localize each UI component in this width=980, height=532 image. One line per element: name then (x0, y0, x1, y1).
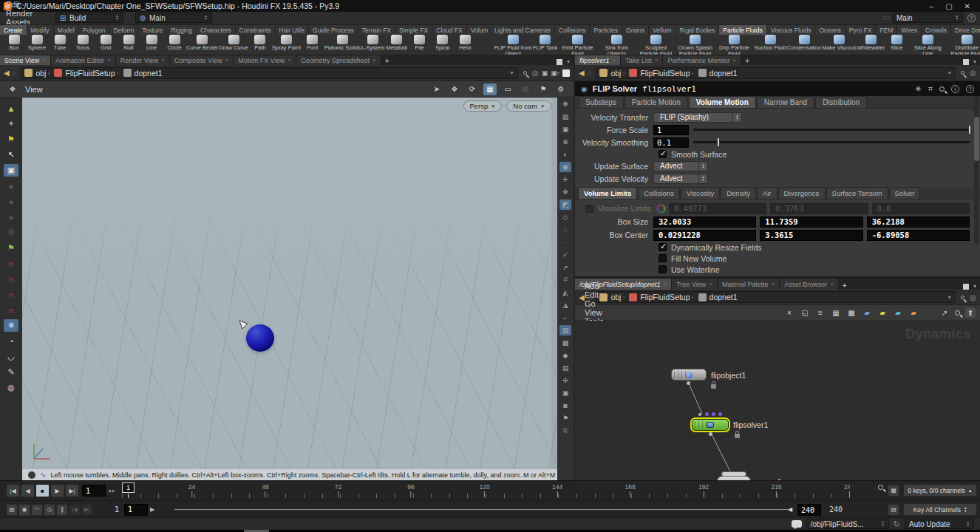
shelf-tab[interactable]: Collisions (555, 25, 590, 35)
geometry-group-icon[interactable]: ▣▫ (551, 69, 559, 77)
param-tab[interactable]: Particle Motion (625, 96, 688, 108)
audio-options-icon[interactable]: ◉ (18, 504, 30, 516)
visualize-color-g-field[interactable]: 0.3763 (770, 203, 868, 214)
param-tab[interactable]: Air (757, 187, 777, 199)
shelf-tab[interactable]: Simple FX (395, 25, 432, 35)
add-pane-tab-button[interactable]: + (381, 57, 393, 65)
slider-handle[interactable] (968, 125, 971, 134)
viewport-3d[interactable]: Persp▼No cam▼ (22, 98, 557, 469)
visualize-color-b-field[interactable]: 0.8 (872, 203, 970, 214)
view-hand-icon[interactable]: ✥ (559, 99, 571, 109)
shelf-tab[interactable]: Particles (590, 25, 622, 35)
pin-icon[interactable] (961, 296, 964, 299)
force-scale-slider[interactable] (693, 129, 970, 131)
close-icon[interactable]: × (161, 57, 165, 64)
shelf-tool[interactable]: Slice Along Line (908, 35, 947, 55)
stop-button[interactable]: ■ (35, 484, 50, 497)
close-icon[interactable]: × (830, 281, 834, 287)
slider-handle[interactable] (717, 137, 720, 147)
shelf-tool[interactable]: Sink from Objects (598, 35, 636, 55)
select-mode-icon[interactable]: ➤ (430, 83, 443, 95)
param-tab[interactable]: Volume Motion (689, 96, 756, 108)
multi-view-icon[interactable]: ▩ (559, 338, 571, 348)
pane-tab[interactable]: flipsolver1× (575, 55, 621, 65)
playback-range-bar[interactable] (174, 509, 788, 510)
help-icon[interactable]: ? (966, 85, 974, 93)
network-canvas[interactable]: Dynamics flipobject1 flipsolver1 merge1 (575, 321, 980, 480)
velocity-transfer-dropdown[interactable]: FLIP (Splashy) (653, 112, 733, 123)
view-menu-icon[interactable]: ❖ (6, 83, 19, 95)
desk-selector-right[interactable]: Main ▲▼ (892, 13, 963, 23)
tick-interval-icon[interactable]: ∥ (56, 504, 68, 516)
shelf-tab[interactable]: Oceans (815, 25, 845, 35)
path-chip[interactable]: ›obj (599, 69, 621, 78)
path-chip[interactable]: ›dopnet1 (115, 69, 163, 78)
view-frame-icon[interactable]: ▧ (559, 112, 571, 122)
rotate-mode-icon[interactable]: ⟳ (466, 83, 479, 95)
shelf-tab[interactable]: Deform (109, 25, 138, 35)
shelf-tab[interactable]: Constraints (236, 25, 276, 35)
node-input-dot[interactable] (698, 413, 701, 416)
lock-handle-icon[interactable]: ▣ (4, 164, 18, 177)
box-center-x-field[interactable]: 0.0291228 (653, 230, 756, 241)
shelf-tab[interactable]: Cloud FX (432, 25, 466, 35)
chevron-down-icon[interactable]: ▼ (947, 295, 952, 300)
range-handle-right-icon[interactable]: ◀ (788, 506, 792, 513)
path-chip[interactable]: ›FlipFluidSetup (621, 69, 690, 78)
range-start-field[interactable]: 1 (124, 504, 148, 516)
update-surface-dropdown[interactable]: Advect (653, 161, 699, 171)
flag-bottom-icon[interactable]: ⚑ (559, 413, 571, 423)
pane-tab[interactable]: Geometry Spreadsheet× (296, 55, 381, 65)
viewport-scroll-edge[interactable] (551, 98, 557, 469)
solver-input-dot[interactable] (712, 412, 715, 416)
node-output-dot[interactable] (687, 381, 690, 385)
shelf-tool[interactable]: Distribute Particle Fluid (947, 35, 980, 55)
shelf-tool[interactable]: Metaball (386, 35, 408, 55)
color-palette-icon[interactable]: ▰ (862, 307, 872, 318)
shelf-tool[interactable]: Condensation (787, 35, 821, 55)
shelf-tool[interactable]: FLIP Fluid from Object (494, 35, 532, 55)
forward-arrow-icon[interactable]: ▶ (588, 69, 593, 77)
shelf-tab[interactable]: Particle Fluids (719, 25, 766, 35)
translate-mode-icon[interactable]: ✥ (448, 83, 461, 95)
param-tab[interactable]: Collisions (638, 187, 680, 199)
shelf-tool[interactable]: Line (140, 35, 163, 55)
update-mode-dropdown[interactable]: Auto Update ▲▼ (905, 519, 974, 529)
param-tab[interactable]: Solver (889, 187, 921, 199)
shelf-stack-icon[interactable]: ▰ (908, 307, 919, 318)
desktop-selector[interactable]: ⊕Main ▲▼ (135, 13, 212, 23)
key-mode-dropdown[interactable]: Key All Channels▲▼ (903, 503, 977, 516)
marker-dot-icon[interactable]: · (559, 237, 571, 248)
shelf-tool[interactable]: Suction Fluid (755, 35, 786, 55)
shelf-tab[interactable]: Rigging (167, 25, 197, 35)
translate-tool-icon[interactable]: ● (4, 180, 18, 192)
shelf-tab[interactable]: Vellum (649, 25, 676, 35)
spinner-icon[interactable]: ▲▼ (699, 161, 708, 171)
ghost-objects-icon[interactable]: ◐ (559, 149, 571, 160)
shelf-tab[interactable]: Create (0, 25, 27, 35)
pane-tab[interactable]: Take List× (621, 55, 663, 65)
sphere-object[interactable] (246, 324, 274, 352)
param-tab[interactable]: Distribution (815, 96, 867, 108)
corner-icon[interactable]: ⌐ (559, 313, 571, 323)
velocity-smoothing-field[interactable]: 0.1 (653, 137, 689, 148)
brush-icon[interactable]: ✎ (4, 366, 18, 378)
follow-target-icon[interactable]: ◎ (970, 69, 976, 77)
menu-item[interactable]: View (579, 308, 614, 317)
display-uv-icon[interactable]: ✜ (559, 187, 571, 197)
toolbar-grip[interactable]: ∷∷ (883, 15, 892, 21)
pane-menu-icon[interactable]: ▾ (567, 58, 570, 65)
shelf-tool[interactable]: Sculpted Particle Fluid (637, 35, 676, 55)
spinner-icon[interactable]: ▲▼ (956, 15, 959, 21)
close-icon[interactable]: × (287, 57, 291, 64)
shelf-tab[interactable]: Drive Simulation (951, 25, 980, 35)
dopesheet-icon[interactable]: ▦ (888, 485, 899, 497)
menu-item[interactable]: Go (579, 299, 614, 308)
checkbox[interactable] (659, 265, 667, 273)
shelf-tab[interactable]: Rigid Bodies (676, 25, 720, 35)
menu-item[interactable]: Edit (0, 0, 45, 9)
solver-input-dot[interactable] (705, 412, 709, 416)
snap-point-magnet-icon[interactable]: ∩ (4, 257, 18, 270)
display-options-icon[interactable]: ⚙ (554, 83, 568, 95)
render-region-icon[interactable]: ⚑ (4, 242, 18, 254)
